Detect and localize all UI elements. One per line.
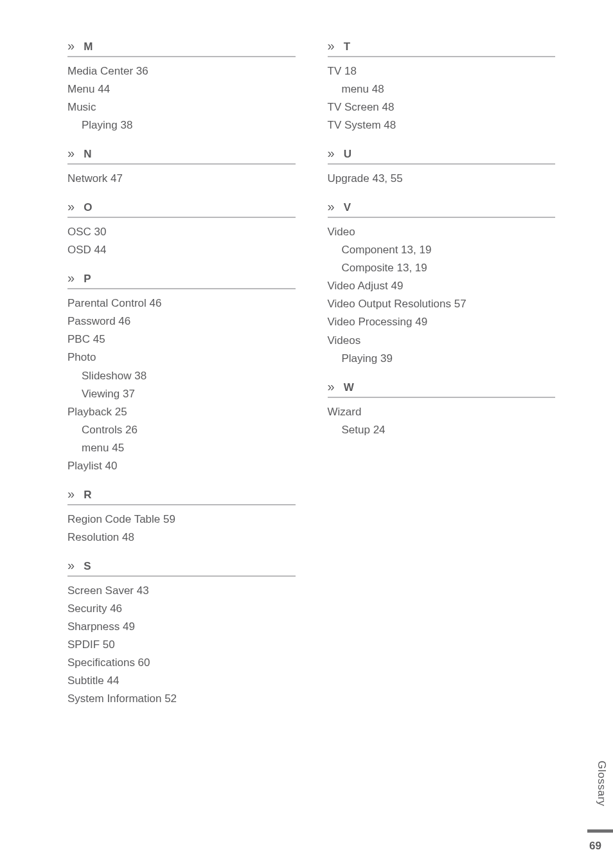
index-entry: Videos — [328, 332, 556, 350]
page-number: 69 — [589, 840, 601, 853]
index-entry: OSD 44 — [67, 241, 296, 259]
section-header: »N — [67, 146, 296, 165]
index-entry: Photo — [67, 348, 296, 366]
index-section: »SScreen Saver 43Security 46Sharpness 49… — [67, 558, 296, 708]
index-section: »OOSC 30OSD 44 — [67, 199, 296, 259]
index-entry: TV Screen 48 — [328, 98, 556, 116]
section-header: »V — [328, 199, 556, 218]
section-letter: S — [84, 560, 91, 573]
right-column: »TTV 18menu 48TV Screen 48TV System 48»U… — [328, 39, 556, 719]
section-header: »O — [67, 199, 296, 218]
index-entry: Music — [67, 98, 296, 116]
index-entry: OSC 30 — [67, 223, 296, 241]
chevron-icon: » — [328, 146, 333, 161]
chevron-icon: » — [67, 146, 73, 161]
index-entry: Parental Control 46 — [67, 294, 296, 312]
index-section: »TTV 18menu 48TV Screen 48TV System 48 — [328, 39, 556, 134]
index-entry: Security 46 — [67, 600, 296, 618]
index-entry: Composite 13, 19 — [328, 259, 556, 277]
chevron-icon: » — [67, 199, 73, 214]
chevron-icon: » — [328, 39, 333, 53]
section-letter: N — [84, 148, 91, 161]
section-letter: T — [344, 41, 350, 53]
section-header: »U — [328, 146, 556, 165]
section-tab-label: Glossary — [592, 757, 613, 810]
section-letter: M — [84, 41, 93, 53]
chevron-icon: » — [328, 199, 333, 214]
index-entry: Screen Saver 43 — [67, 582, 296, 600]
index-entry: Playing 38 — [67, 116, 296, 134]
index-section: »RRegion Code Table 59Resolution 48 — [67, 487, 296, 547]
index-entry: Playing 39 — [328, 350, 556, 368]
section-header: »W — [328, 379, 556, 398]
index-entry: Specifications 60 — [67, 654, 296, 672]
index-entry: PBC 45 — [67, 330, 296, 348]
index-entry: TV 18 — [328, 62, 556, 80]
index-entry: Video Output Resolutions 57 — [328, 295, 556, 313]
chevron-icon: » — [67, 558, 73, 573]
section-header: »T — [328, 39, 556, 57]
chevron-icon: » — [67, 487, 73, 502]
index-entry: Resolution 48 — [67, 529, 296, 547]
section-letter: W — [344, 381, 354, 394]
index-section: »PParental Control 46Password 46PBC 45Ph… — [67, 271, 296, 475]
index-entry: menu 45 — [67, 439, 296, 457]
section-header: »M — [67, 39, 296, 57]
section-header: »R — [67, 487, 296, 505]
index-section: »MMedia Center 36Menu 44MusicPlaying 38 — [67, 39, 296, 134]
index-entry: Password 46 — [67, 312, 296, 330]
index-entry: Playlist 40 — [67, 457, 296, 475]
chevron-icon: » — [328, 379, 333, 394]
section-tab-underline — [587, 829, 613, 833]
section-letter: V — [344, 201, 351, 214]
index-entry: System Information 52 — [67, 690, 296, 708]
index-entry: Media Center 36 — [67, 62, 296, 80]
index-entry: Slideshow 38 — [67, 367, 296, 385]
section-header: »S — [67, 558, 296, 577]
index-entry: TV System 48 — [328, 116, 556, 134]
section-header: »P — [67, 271, 296, 289]
index-entry: Wizard — [328, 403, 556, 421]
index-entry: Video Adjust 49 — [328, 277, 556, 295]
index-section: »WWizardSetup 24 — [328, 379, 556, 439]
index-section: »VVideoComponent 13, 19Composite 13, 19V… — [328, 199, 556, 367]
chevron-icon: » — [67, 271, 73, 285]
index-entry: Viewing 37 — [67, 385, 296, 403]
section-letter: R — [84, 489, 91, 502]
index-section: »UUpgrade 43, 55 — [328, 146, 556, 188]
index-entry: Subtitle 44 — [67, 672, 296, 690]
chevron-icon: » — [67, 39, 73, 53]
index-entry: Component 13, 19 — [328, 241, 556, 259]
index-entry: Video Processing 49 — [328, 313, 556, 331]
index-entry: Sharpness 49 — [67, 618, 296, 636]
index-entry: Controls 26 — [67, 421, 296, 439]
index-entry: Network 47 — [67, 170, 296, 188]
index-entry: Playback 25 — [67, 403, 296, 421]
index-entry: menu 48 — [328, 80, 556, 98]
section-letter: O — [84, 201, 92, 214]
index-entry: Upgrade 43, 55 — [328, 170, 556, 188]
index-entry: SPDIF 50 — [67, 636, 296, 654]
index-section: »NNetwork 47 — [67, 146, 296, 188]
section-letter: P — [84, 273, 91, 285]
page: »MMedia Center 36Menu 44MusicPlaying 38»… — [0, 0, 613, 868]
index-columns: »MMedia Center 36Menu 44MusicPlaying 38»… — [67, 39, 555, 719]
section-letter: U — [344, 148, 351, 161]
index-entry: Menu 44 — [67, 80, 296, 98]
index-entry: Video — [328, 223, 556, 241]
index-entry: Region Code Table 59 — [67, 511, 296, 529]
index-entry: Setup 24 — [328, 421, 556, 439]
left-column: »MMedia Center 36Menu 44MusicPlaying 38»… — [67, 39, 296, 719]
